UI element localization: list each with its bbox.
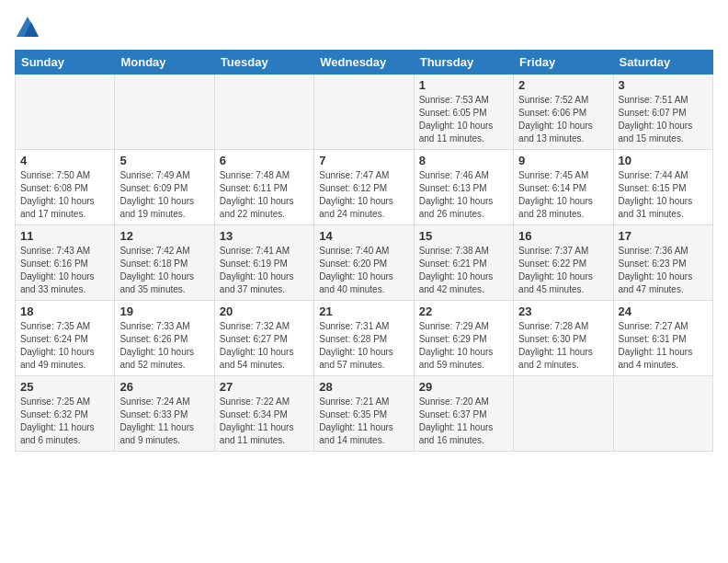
calendar-cell: 5Sunrise: 7:49 AM Sunset: 6:09 PM Daylig… — [115, 150, 214, 225]
day-info: Sunrise: 7:32 AM Sunset: 6:27 PM Dayligh… — [220, 320, 309, 372]
day-info: Sunrise: 7:20 AM Sunset: 6:37 PM Dayligh… — [419, 396, 508, 447]
calendar-cell: 7Sunrise: 7:47 AM Sunset: 6:12 PM Daylig… — [314, 150, 414, 225]
col-header-monday: Monday — [115, 51, 214, 75]
day-info: Sunrise: 7:46 AM Sunset: 6:13 PM Dayligh… — [419, 169, 508, 221]
calendar-cell: 28Sunrise: 7:21 AM Sunset: 6:35 PM Dayli… — [314, 376, 414, 452]
day-info: Sunrise: 7:48 AM Sunset: 6:11 PM Dayligh… — [220, 169, 309, 221]
day-number: 8 — [419, 154, 508, 167]
calendar-cell: 11Sunrise: 7:43 AM Sunset: 6:16 PM Dayli… — [16, 225, 115, 301]
calendar-cell: 2Sunrise: 7:52 AM Sunset: 6:06 PM Daylig… — [514, 75, 613, 150]
day-number: 3 — [619, 78, 708, 92]
day-info: Sunrise: 7:40 AM Sunset: 6:20 PM Dayligh… — [319, 245, 408, 296]
day-number: 29 — [419, 380, 508, 394]
calendar-cell: 17Sunrise: 7:36 AM Sunset: 6:23 PM Dayli… — [613, 225, 712, 301]
day-info: Sunrise: 7:36 AM Sunset: 6:23 PM Dayligh… — [619, 245, 708, 296]
day-number: 24 — [619, 304, 708, 318]
calendar-cell: 6Sunrise: 7:48 AM Sunset: 6:11 PM Daylig… — [214, 150, 313, 225]
col-header-thursday: Thursday — [414, 51, 513, 75]
day-info: Sunrise: 7:25 AM Sunset: 6:32 PM Dayligh… — [20, 396, 109, 447]
week-row-2: 11Sunrise: 7:43 AM Sunset: 6:16 PM Dayli… — [16, 225, 713, 301]
calendar-cell: 23Sunrise: 7:28 AM Sunset: 6:30 PM Dayli… — [514, 301, 613, 376]
calendar-cell: 16Sunrise: 7:37 AM Sunset: 6:22 PM Dayli… — [514, 225, 613, 301]
calendar-cell: 4Sunrise: 7:50 AM Sunset: 6:08 PM Daylig… — [16, 150, 115, 225]
day-number: 18 — [20, 304, 109, 318]
week-row-0: 1Sunrise: 7:53 AM Sunset: 6:05 PM Daylig… — [16, 75, 713, 150]
week-row-3: 18Sunrise: 7:35 AM Sunset: 6:24 PM Dayli… — [16, 301, 713, 376]
day-info: Sunrise: 7:41 AM Sunset: 6:19 PM Dayligh… — [220, 245, 309, 296]
calendar-cell: 21Sunrise: 7:31 AM Sunset: 6:28 PM Dayli… — [314, 301, 414, 376]
calendar-cell: 9Sunrise: 7:45 AM Sunset: 6:14 PM Daylig… — [514, 150, 613, 225]
day-info: Sunrise: 7:45 AM Sunset: 6:14 PM Dayligh… — [518, 169, 608, 221]
day-info: Sunrise: 7:44 AM Sunset: 6:15 PM Dayligh… — [619, 169, 708, 221]
day-number: 20 — [220, 304, 309, 318]
logo-icon — [15, 15, 40, 40]
header-row: SundayMondayTuesdayWednesdayThursdayFrid… — [16, 51, 713, 75]
header — [15, 15, 713, 40]
calendar-cell: 27Sunrise: 7:22 AM Sunset: 6:34 PM Dayli… — [214, 376, 313, 452]
day-number: 12 — [119, 229, 209, 243]
day-number: 23 — [518, 304, 608, 318]
day-number: 27 — [220, 380, 309, 394]
week-row-1: 4Sunrise: 7:50 AM Sunset: 6:08 PM Daylig… — [16, 150, 713, 225]
day-info: Sunrise: 7:42 AM Sunset: 6:18 PM Dayligh… — [119, 245, 209, 296]
day-number: 7 — [319, 154, 408, 167]
calendar-cell: 29Sunrise: 7:20 AM Sunset: 6:37 PM Dayli… — [414, 376, 513, 452]
day-info: Sunrise: 7:49 AM Sunset: 6:09 PM Dayligh… — [119, 169, 209, 221]
day-info: Sunrise: 7:35 AM Sunset: 6:24 PM Dayligh… — [20, 320, 109, 372]
day-number: 4 — [20, 154, 109, 167]
day-info: Sunrise: 7:52 AM Sunset: 6:06 PM Dayligh… — [518, 94, 608, 145]
calendar-cell: 15Sunrise: 7:38 AM Sunset: 6:21 PM Dayli… — [414, 225, 513, 301]
day-info: Sunrise: 7:28 AM Sunset: 6:30 PM Dayligh… — [518, 320, 608, 372]
calendar-cell: 25Sunrise: 7:25 AM Sunset: 6:32 PM Dayli… — [16, 376, 115, 452]
calendar-cell: 13Sunrise: 7:41 AM Sunset: 6:19 PM Dayli… — [214, 225, 313, 301]
calendar-cell: 26Sunrise: 7:24 AM Sunset: 6:33 PM Dayli… — [115, 376, 214, 452]
calendar-cell: 18Sunrise: 7:35 AM Sunset: 6:24 PM Dayli… — [16, 301, 115, 376]
calendar-cell: 14Sunrise: 7:40 AM Sunset: 6:20 PM Dayli… — [314, 225, 414, 301]
week-row-4: 25Sunrise: 7:25 AM Sunset: 6:32 PM Dayli… — [16, 376, 713, 452]
calendar-cell: 19Sunrise: 7:33 AM Sunset: 6:26 PM Dayli… — [115, 301, 214, 376]
day-info: Sunrise: 7:27 AM Sunset: 6:31 PM Dayligh… — [619, 320, 708, 372]
day-number: 13 — [220, 229, 309, 243]
day-number: 5 — [119, 154, 209, 167]
calendar-cell: 3Sunrise: 7:51 AM Sunset: 6:07 PM Daylig… — [613, 75, 712, 150]
day-info: Sunrise: 7:33 AM Sunset: 6:26 PM Dayligh… — [119, 320, 209, 372]
calendar-cell — [16, 75, 115, 150]
day-info: Sunrise: 7:38 AM Sunset: 6:21 PM Dayligh… — [419, 245, 508, 296]
day-info: Sunrise: 7:47 AM Sunset: 6:12 PM Dayligh… — [319, 169, 408, 221]
calendar-cell — [115, 75, 214, 150]
calendar-cell — [214, 75, 313, 150]
calendar-cell: 8Sunrise: 7:46 AM Sunset: 6:13 PM Daylig… — [414, 150, 513, 225]
col-header-sunday: Sunday — [16, 51, 115, 75]
day-info: Sunrise: 7:50 AM Sunset: 6:08 PM Dayligh… — [20, 169, 109, 221]
logo — [15, 15, 44, 40]
calendar-cell: 1Sunrise: 7:53 AM Sunset: 6:05 PM Daylig… — [414, 75, 513, 150]
day-number: 17 — [619, 229, 708, 243]
day-number: 14 — [319, 229, 408, 243]
day-number: 25 — [20, 380, 109, 394]
day-number: 19 — [119, 304, 209, 318]
day-info: Sunrise: 7:24 AM Sunset: 6:33 PM Dayligh… — [119, 396, 209, 447]
day-number: 6 — [220, 154, 309, 167]
day-info: Sunrise: 7:29 AM Sunset: 6:29 PM Dayligh… — [419, 320, 508, 372]
day-number: 15 — [419, 229, 508, 243]
day-number: 28 — [319, 380, 408, 394]
day-info: Sunrise: 7:43 AM Sunset: 6:16 PM Dayligh… — [20, 245, 109, 296]
day-info: Sunrise: 7:53 AM Sunset: 6:05 PM Dayligh… — [419, 94, 508, 145]
day-number: 16 — [518, 229, 608, 243]
day-number: 10 — [619, 154, 708, 167]
day-number: 2 — [518, 78, 608, 92]
day-info: Sunrise: 7:22 AM Sunset: 6:34 PM Dayligh… — [220, 396, 309, 447]
day-number: 22 — [419, 304, 508, 318]
day-number: 11 — [20, 229, 109, 243]
col-header-wednesday: Wednesday — [314, 51, 414, 75]
day-number: 21 — [319, 304, 408, 318]
calendar-cell — [514, 376, 613, 452]
day-info: Sunrise: 7:37 AM Sunset: 6:22 PM Dayligh… — [518, 245, 608, 296]
calendar-table: SundayMondayTuesdayWednesdayThursdayFrid… — [15, 50, 713, 452]
day-number: 26 — [119, 380, 209, 394]
day-info: Sunrise: 7:51 AM Sunset: 6:07 PM Dayligh… — [619, 94, 708, 145]
calendar-cell: 10Sunrise: 7:44 AM Sunset: 6:15 PM Dayli… — [613, 150, 712, 225]
day-info: Sunrise: 7:31 AM Sunset: 6:28 PM Dayligh… — [319, 320, 408, 372]
calendar-cell — [314, 75, 414, 150]
calendar-cell: 12Sunrise: 7:42 AM Sunset: 6:18 PM Dayli… — [115, 225, 214, 301]
